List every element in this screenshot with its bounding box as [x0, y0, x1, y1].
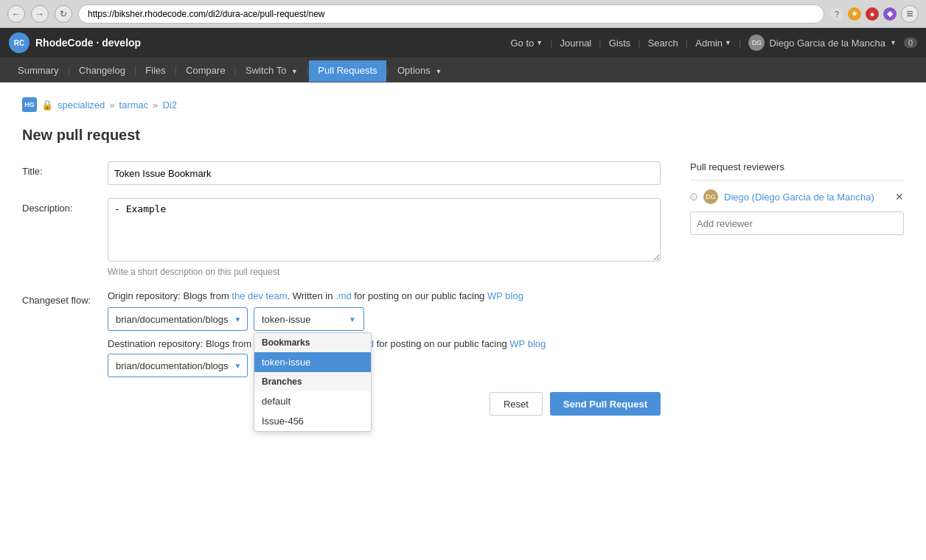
sub-nav: Summary | Changelog | Files | Compare | … — [0, 57, 926, 83]
dest-selectors: brian/documentation/blogs ▼ — [108, 354, 661, 377]
options-arrow-icon: ▼ — [435, 68, 442, 75]
source-repo-value: brian/documentation/blogs — [116, 314, 229, 325]
origin-link3[interactable]: WP blog — [487, 290, 523, 301]
dest-link3[interactable]: WP blog — [509, 338, 546, 349]
browser-icons: ? ★ ● ◆ ≡ — [830, 5, 919, 23]
tab-changelog[interactable]: Changelog — [70, 60, 134, 82]
goto-nav-item[interactable]: Go to ▼ — [504, 38, 551, 49]
form-sidebar: Pull request reviewers DG Diego (Diego G… — [690, 161, 904, 429]
origin-description: Origin repository: Blogs from the dev te… — [108, 290, 661, 301]
origin-link1[interactable]: the dev team — [232, 290, 287, 301]
branch-dropdown-menu: Bookmarks token-issue Branches default I… — [254, 332, 372, 432]
breadcrumb-sep-1: » — [109, 99, 114, 111]
reviewer-remove-button[interactable]: ✕ — [895, 191, 904, 203]
source-repo-select[interactable]: brian/documentation/blogs ▼ — [108, 307, 248, 331]
switch-to-arrow-icon: ▼ — [291, 68, 298, 75]
browser-bar: ← → ↻ ? ★ ● ◆ ≡ — [0, 0, 926, 28]
extension-icon[interactable]: ◆ — [883, 7, 897, 21]
stop-icon[interactable]: ● — [866, 7, 879, 21]
title-field — [108, 161, 661, 185]
repo-type-icon: HG — [22, 97, 37, 112]
bookmarks-header: Bookmarks — [254, 333, 371, 352]
goto-arrow-icon: ▼ — [536, 39, 543, 46]
destination-description: Destination repository: Blogs from the d… — [108, 338, 661, 349]
breadcrumb-sep-2: » — [153, 99, 158, 111]
breadcrumb-part2[interactable]: tarmac — [119, 99, 149, 111]
menu-button[interactable]: ≡ — [901, 5, 919, 23]
form-layout: Title: Description: - Example Write a sh… — [22, 161, 904, 429]
header-nav: Go to ▼ | Journal | Gists | Search | Adm… — [504, 35, 918, 51]
url-bar[interactable] — [78, 4, 824, 24]
source-branch-value: token-issue — [262, 314, 310, 325]
dropdown-item-token-issue[interactable]: token-issue — [254, 352, 371, 372]
branches-header: Branches — [254, 372, 371, 391]
source-branch-select[interactable]: token-issue ▼ — [254, 307, 364, 331]
tab-compare[interactable]: Compare — [177, 60, 234, 82]
source-selectors: brian/documentation/blogs ▼ token-issue … — [108, 307, 661, 331]
reviewer-avatar: DG — [703, 189, 718, 204]
origin-link2[interactable]: .md — [335, 290, 352, 301]
page-content: HG 🔒 specialized » tarmac » Di2 New pull… — [0, 83, 926, 560]
reviewers-title: Pull request reviewers — [690, 161, 904, 172]
reviewers-divider — [690, 180, 904, 181]
branch-dropdown-container: token-issue ▼ Bookmarks token-issue Bran… — [254, 307, 364, 331]
action-buttons: Reset Send Pull Request — [108, 392, 661, 416]
tab-pull-requests[interactable]: Pull Requests — [309, 60, 386, 82]
reset-button[interactable]: Reset — [490, 392, 543, 416]
form-main: Title: Description: - Example Write a sh… — [22, 161, 661, 429]
bookmark-icon[interactable]: ★ — [848, 7, 861, 21]
title-input[interactable] — [108, 161, 661, 185]
description-textarea[interactable]: - Example — [108, 198, 661, 262]
breadcrumb-part1[interactable]: specialized — [58, 99, 105, 111]
back-button[interactable]: ← — [7, 5, 25, 23]
user-name: Diego Garcia de la Mancha — [769, 38, 885, 49]
changeset-field: Origin repository: Blogs from the dev te… — [108, 290, 661, 416]
dropdown-item-issue456[interactable]: Issue-456 — [254, 411, 371, 431]
dest-repo-select[interactable]: brian/documentation/blogs ▼ — [108, 354, 248, 377]
app-header: RC RhodeCode · develop Go to ▼ | Journal… — [0, 28, 926, 57]
send-pull-request-button[interactable]: Send Pull Request — [550, 392, 661, 416]
search-nav-item[interactable]: Search — [641, 38, 686, 49]
admin-nav-item[interactable]: Admin ▼ — [688, 38, 739, 49]
user-menu[interactable]: DG Diego Garcia de la Mancha ▼ — [741, 35, 903, 51]
reviewer-status-dot — [690, 193, 697, 200]
journal-nav-item[interactable]: Journal — [553, 38, 599, 49]
description-field: - Example Write a short description on t… — [108, 198, 661, 277]
app-name: RhodeCode · develop — [35, 37, 141, 49]
add-reviewer-input[interactable] — [690, 211, 904, 235]
breadcrumb-part3[interactable]: Di2 — [163, 99, 178, 111]
tab-files[interactable]: Files — [136, 60, 174, 82]
page-title: New pull request — [22, 127, 904, 144]
user-arrow-icon: ▼ — [890, 39, 897, 46]
tab-switch-to[interactable]: Switch To ▼ — [237, 60, 307, 82]
admin-arrow-icon: ▼ — [725, 39, 731, 46]
lock-icon: 🔒 — [41, 99, 53, 111]
description-hint: Write a short description on this pull r… — [108, 267, 661, 277]
forward-button[interactable]: → — [31, 5, 49, 23]
breadcrumb: HG 🔒 specialized » tarmac » Di2 — [22, 97, 904, 112]
source-branch-arrow-icon: ▼ — [349, 315, 356, 323]
logo-area[interactable]: RC RhodeCode · develop — [9, 32, 141, 53]
source-repo-arrow-icon: ▼ — [234, 315, 242, 323]
logo-icon: RC — [9, 32, 29, 53]
description-row: Description: - Example Write a short des… — [22, 198, 661, 277]
changeset-row: Changeset flow: Origin repository: Blogs… — [22, 290, 661, 416]
reviewer-item: DG Diego (Diego Garcia de la Mancha) ✕ — [690, 189, 904, 204]
changeset-label: Changeset flow: — [22, 290, 96, 306]
gists-nav-item[interactable]: Gists — [602, 38, 638, 49]
avatar: DG — [748, 35, 765, 51]
help-icon[interactable]: ? — [830, 7, 843, 21]
reviewer-name: Diego (Diego Garcia de la Mancha) — [724, 192, 889, 203]
tab-options[interactable]: Options ▼ — [389, 60, 450, 82]
dropdown-item-default[interactable]: default — [254, 391, 371, 411]
dest-repo-value: brian/documentation/blogs — [116, 360, 229, 371]
description-label: Description: — [22, 198, 96, 214]
dest-repo-arrow-icon: ▼ — [234, 362, 242, 370]
notification-badge[interactable]: 0 — [904, 38, 917, 48]
title-row: Title: — [22, 161, 661, 185]
title-label: Title: — [22, 161, 96, 177]
refresh-button[interactable]: ↻ — [55, 5, 72, 23]
tab-summary[interactable]: Summary — [9, 60, 68, 82]
